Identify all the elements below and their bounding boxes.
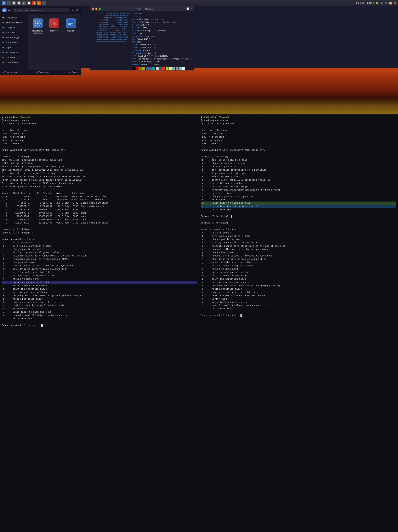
right-cmd1: ❯ sudo gdisk /dev/sda [201, 116, 230, 118]
taskbar-icon-6[interactable]: 🎞 [32, 1, 36, 5]
office-dot [2, 47, 4, 48]
terminal-top: — fish — Konsole ⬜ ✕ hdddddddddddddddddd… [90, 6, 194, 70]
favorites-dot [2, 17, 4, 19]
desert-overlay [0, 97, 398, 114]
footer-logout-btn[interactable]: ⏻ Выход [69, 71, 78, 73]
app-panel-title: as [8, 9, 11, 12]
terminal-titlebar: — fish — Konsole ⬜ ✕ [90, 6, 194, 11]
dolphin-label: Dolphin [67, 30, 74, 32]
taskbar-icon-8[interactable]: 📺 [42, 1, 46, 5]
app-icon-dolphin[interactable]: Dolphin [66, 19, 76, 34]
swatch-10 [166, 67, 169, 70]
sidebar-item-multimedia[interactable]: Мультимедиа [0, 35, 28, 40]
footer-apps-btn[interactable]: ⊞ Приложения [2, 71, 17, 73]
multimedia-dot [2, 37, 4, 38]
sidebar-label-system: Система [6, 56, 15, 59]
app-panel-footer: ⊞ Приложения ⊡ Точки входа ⏻ Выход [0, 70, 81, 75]
datetime: 25 авг. 23:18 [356, 2, 374, 4]
max-btn[interactable] [99, 8, 101, 10]
app-launcher-panel: as as ⚙ 📌 Избранное Все приложения Графи… [0, 6, 81, 75]
app-logo: as [2, 8, 7, 13]
app-icon-system-settings[interactable]: Параметры системы [31, 19, 44, 34]
sidebar-item-development[interactable]: Разработка [0, 50, 28, 55]
swatch-12 [172, 67, 175, 70]
svg-rect-6 [39, 25, 40, 26]
left-terminal-panel: ❯ sudo gdisk /dev/sda [sudo] пароль для … [0, 114, 199, 532]
top-bar: ▦ ⬛ 🔲 ⬜ ▶ 🔄 🎞 🔥 📺 25 авг. 23:18 🔋 🔊 us 📶… [0, 0, 398, 6]
svg-rect-4 [40, 23, 41, 24]
swatch-4 [146, 67, 149, 70]
us-label: us [385, 2, 387, 4]
svg-rect-11 [68, 25, 73, 26]
swatch-1 [136, 67, 139, 70]
development-dot [2, 52, 4, 53]
swatch-5 [149, 67, 152, 70]
app-panel-header: as as ⚙ 📌 [0, 6, 81, 14]
sidebar-item-system[interactable]: Система [0, 55, 28, 60]
top-bar-left: ▦ ⬛ 🔲 ⬜ ▶ 🔄 🎞 🔥 📺 [2, 1, 46, 5]
sidebar-label-development: Разработка [6, 51, 18, 54]
system-dot [2, 57, 4, 58]
system-settings-label: Параметры системы [31, 30, 44, 34]
app-icon-discover[interactable]: Discover [49, 19, 59, 34]
taskbar-icon-1[interactable]: ⬛ [7, 1, 11, 5]
taskbar-icon-3[interactable]: ⬜ [17, 1, 21, 5]
sidebar-label-multimedia: Мультимедиа [6, 36, 20, 39]
svg-rect-8 [39, 21, 40, 22]
sidebar-label-settings: Настройка [6, 41, 17, 44]
left-term-content[interactable]: ❯ sudo gdisk /dev/sda [sudo] пароль для … [0, 114, 199, 328]
sidebar-item-utilities[interactable]: Служебные [0, 60, 28, 65]
logout-icon: ⏻ [69, 71, 71, 73]
sidebar-item-office[interactable]: Офис [0, 45, 28, 50]
sidebar-item-all-apps[interactable]: Все приложения [0, 20, 28, 25]
sidebar-item-internet[interactable]: Интернет [0, 30, 28, 35]
right-terminal-panel: ❯ sudo gdisk /dev/sda [sudo] пароль для … [199, 114, 398, 532]
sidebar-label-utilities: Служебные [6, 61, 18, 64]
footer-entry-label: Точки входа [38, 71, 50, 73]
footer-apps-label: Приложения [5, 71, 17, 73]
terminal-extra-icon[interactable]: ⬜ [186, 7, 189, 10]
start-menu-icon[interactable]: ▦ [2, 1, 6, 5]
taskbar-icon-7[interactable]: 🔥 [37, 1, 41, 5]
neofetch-art: hddddddddddddddddddddddddh. /ddddddddddd… [92, 13, 130, 69]
panel-action-icons: ⚙ 📌 [71, 8, 79, 12]
dolphin-icon [66, 19, 76, 28]
taskbar-icon-4[interactable]: ▶ [22, 1, 26, 5]
swatch-6 [152, 67, 155, 70]
close-btn[interactable] [92, 8, 94, 10]
color-swatches [133, 67, 192, 70]
footer-entry-btn[interactable]: ⊡ Точки входа [36, 71, 50, 73]
entry-icon: ⊡ [36, 71, 38, 73]
sidebar: Избранное Все приложения Графика Интерне… [0, 14, 28, 70]
terminal-close-icon[interactable]: ✕ [190, 7, 192, 10]
neofetch-info: as@as-alp --------- OS: Alpine Linux v3.… [133, 13, 192, 66]
swatch-8 [159, 67, 162, 70]
swatch-11 [169, 67, 172, 70]
bottom-panels: ❯ sudo gdisk /dev/sda [sudo] пароль для … [0, 114, 398, 532]
min-btn[interactable] [95, 8, 97, 10]
sidebar-item-settings[interactable]: Настройка [0, 40, 28, 45]
terminal-title: — fish — Konsole [102, 8, 185, 10]
sidebar-item-favorites[interactable]: Избранное [0, 15, 28, 20]
sidebar-item-graphics[interactable]: Графика [0, 25, 28, 30]
volume-icon: 🔊 [380, 2, 383, 5]
settings-action-icon[interactable]: ⚙ [71, 8, 74, 12]
right-term-content[interactable]: ❯ sudo gdisk /dev/sda [sudo] пароль для … [199, 114, 398, 318]
screen-icon: 🖥 [394, 2, 396, 5]
search-input[interactable] [13, 8, 69, 12]
neofetch-info-panel: as@as-alp --------- OS: Alpine Linux v3.… [133, 13, 192, 69]
left-cmd1: ❯ sudo gdisk /dev/sda [2, 116, 31, 118]
taskbar-icon-5[interactable]: 🔄 [27, 1, 31, 5]
taskbar-icon-2[interactable]: 🔲 [12, 1, 16, 5]
svg-rect-5 [35, 21, 37, 22]
swatch-7 [156, 67, 158, 70]
swatch-15 [182, 67, 185, 70]
sidebar-label-graphics: Графика [6, 26, 15, 29]
svg-rect-7 [35, 25, 36, 26]
system-settings-icon [33, 19, 43, 28]
swatch-14 [179, 67, 182, 70]
pin-action-icon[interactable]: 📌 [75, 8, 79, 12]
svg-rect-3 [35, 23, 36, 24]
settings-dot [2, 42, 4, 43]
sidebar-label-all-apps: Все приложения [6, 21, 23, 24]
